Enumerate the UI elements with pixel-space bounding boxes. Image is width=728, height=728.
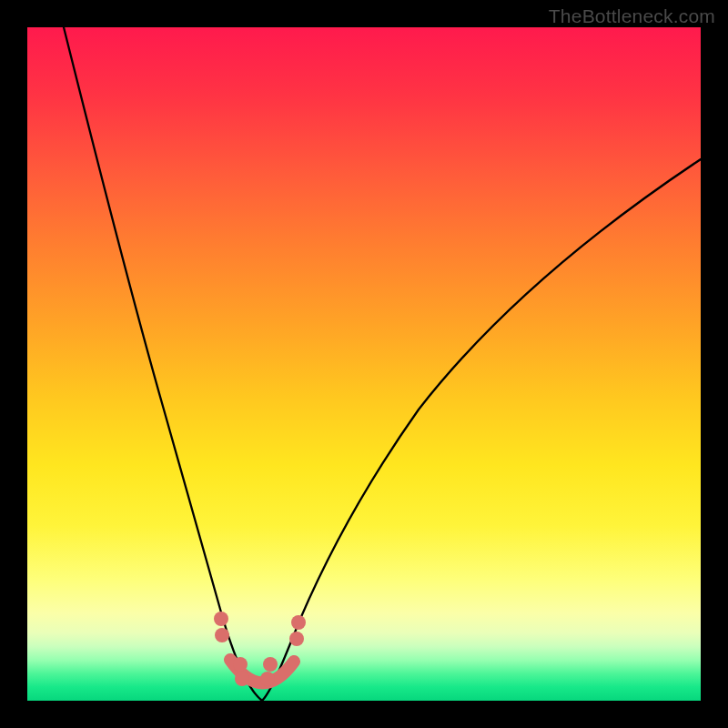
plot-area (27, 27, 701, 701)
marker-dot (291, 615, 306, 630)
marker-dot (215, 628, 229, 642)
right-curve-path (262, 159, 701, 701)
chart-frame: TheBottleneck.com (0, 0, 728, 728)
left-curve-path (64, 27, 262, 701)
watermark-text: TheBottleneck.com (549, 5, 715, 27)
marker-dot (260, 672, 275, 686)
marker-dots-group (214, 612, 306, 686)
marker-dot (289, 632, 304, 646)
marker-dot (235, 672, 249, 686)
marker-dot (233, 657, 248, 672)
marker-dot (263, 657, 278, 672)
marker-dot (214, 612, 228, 626)
chart-svg (27, 27, 701, 701)
